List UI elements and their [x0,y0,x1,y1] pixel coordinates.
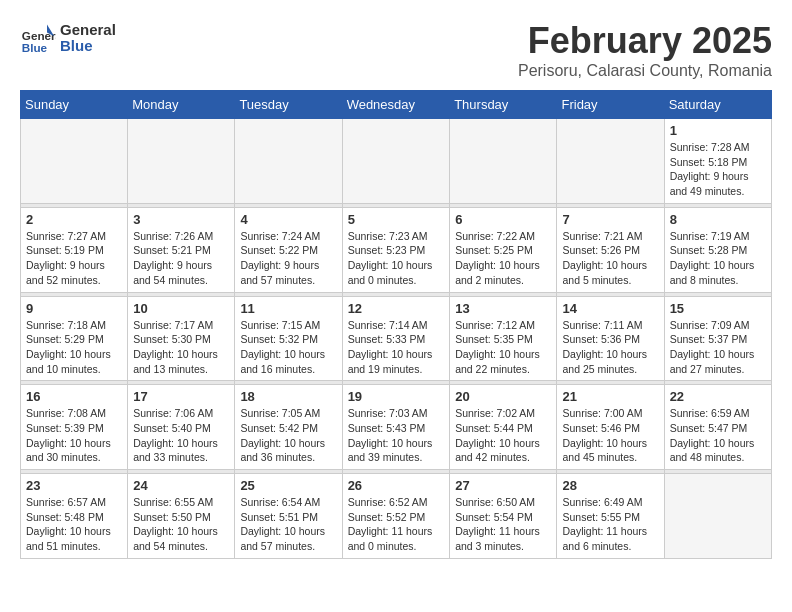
calendar-cell [128,119,235,204]
day-number: 9 [26,301,122,316]
day-info: Sunrise: 7:21 AMSunset: 5:26 PMDaylight:… [562,229,658,288]
calendar-cell: 17Sunrise: 7:06 AMSunset: 5:40 PMDayligh… [128,385,235,470]
weekday-header-friday: Friday [557,91,664,119]
day-number: 1 [670,123,766,138]
calendar-cell: 1Sunrise: 7:28 AMSunset: 5:18 PMDaylight… [664,119,771,204]
day-number: 18 [240,389,336,404]
day-info: Sunrise: 7:03 AMSunset: 5:43 PMDaylight:… [348,406,445,465]
weekday-header-wednesday: Wednesday [342,91,450,119]
day-number: 19 [348,389,445,404]
day-number: 27 [455,478,551,493]
day-number: 14 [562,301,658,316]
calendar-cell: 5Sunrise: 7:23 AMSunset: 5:23 PMDaylight… [342,207,450,292]
day-info: Sunrise: 7:05 AMSunset: 5:42 PMDaylight:… [240,406,336,465]
day-number: 22 [670,389,766,404]
week-row-3: 9Sunrise: 7:18 AMSunset: 5:29 PMDaylight… [21,296,772,381]
day-info: Sunrise: 7:14 AMSunset: 5:33 PMDaylight:… [348,318,445,377]
day-number: 10 [133,301,229,316]
calendar-cell: 2Sunrise: 7:27 AMSunset: 5:19 PMDaylight… [21,207,128,292]
calendar-cell: 13Sunrise: 7:12 AMSunset: 5:35 PMDayligh… [450,296,557,381]
calendar-cell: 8Sunrise: 7:19 AMSunset: 5:28 PMDaylight… [664,207,771,292]
calendar-cell: 22Sunrise: 6:59 AMSunset: 5:47 PMDayligh… [664,385,771,470]
calendar-cell: 28Sunrise: 6:49 AMSunset: 5:55 PMDayligh… [557,474,664,559]
day-number: 11 [240,301,336,316]
day-info: Sunrise: 7:15 AMSunset: 5:32 PMDaylight:… [240,318,336,377]
month-title: February 2025 [518,20,772,62]
week-row-2: 2Sunrise: 7:27 AMSunset: 5:19 PMDaylight… [21,207,772,292]
day-info: Sunrise: 7:11 AMSunset: 5:36 PMDaylight:… [562,318,658,377]
day-info: Sunrise: 6:54 AMSunset: 5:51 PMDaylight:… [240,495,336,554]
day-info: Sunrise: 7:19 AMSunset: 5:28 PMDaylight:… [670,229,766,288]
calendar-cell [342,119,450,204]
calendar-cell: 23Sunrise: 6:57 AMSunset: 5:48 PMDayligh… [21,474,128,559]
calendar-cell [664,474,771,559]
calendar-cell [235,119,342,204]
day-number: 15 [670,301,766,316]
calendar-cell: 11Sunrise: 7:15 AMSunset: 5:32 PMDayligh… [235,296,342,381]
calendar-cell: 7Sunrise: 7:21 AMSunset: 5:26 PMDaylight… [557,207,664,292]
calendar-cell: 16Sunrise: 7:08 AMSunset: 5:39 PMDayligh… [21,385,128,470]
day-number: 25 [240,478,336,493]
day-number: 21 [562,389,658,404]
calendar-cell [21,119,128,204]
calendar-cell [450,119,557,204]
week-row-5: 23Sunrise: 6:57 AMSunset: 5:48 PMDayligh… [21,474,772,559]
calendar-cell: 21Sunrise: 7:00 AMSunset: 5:46 PMDayligh… [557,385,664,470]
day-number: 2 [26,212,122,227]
page-header: General Blue General Blue February 2025 … [20,20,772,80]
weekday-header-saturday: Saturday [664,91,771,119]
day-number: 7 [562,212,658,227]
calendar-table: SundayMondayTuesdayWednesdayThursdayFrid… [20,90,772,559]
day-info: Sunrise: 7:18 AMSunset: 5:29 PMDaylight:… [26,318,122,377]
day-info: Sunrise: 6:59 AMSunset: 5:47 PMDaylight:… [670,406,766,465]
day-number: 20 [455,389,551,404]
weekday-header-monday: Monday [128,91,235,119]
weekday-header-tuesday: Tuesday [235,91,342,119]
day-info: Sunrise: 7:12 AMSunset: 5:35 PMDaylight:… [455,318,551,377]
day-number: 26 [348,478,445,493]
calendar-cell: 18Sunrise: 7:05 AMSunset: 5:42 PMDayligh… [235,385,342,470]
day-info: Sunrise: 6:55 AMSunset: 5:50 PMDaylight:… [133,495,229,554]
day-info: Sunrise: 7:17 AMSunset: 5:30 PMDaylight:… [133,318,229,377]
calendar-cell: 6Sunrise: 7:22 AMSunset: 5:25 PMDaylight… [450,207,557,292]
day-info: Sunrise: 7:23 AMSunset: 5:23 PMDaylight:… [348,229,445,288]
week-row-1: 1Sunrise: 7:28 AMSunset: 5:18 PMDaylight… [21,119,772,204]
day-number: 3 [133,212,229,227]
day-number: 6 [455,212,551,227]
calendar-cell: 3Sunrise: 7:26 AMSunset: 5:21 PMDaylight… [128,207,235,292]
weekday-header-sunday: Sunday [21,91,128,119]
calendar-cell: 14Sunrise: 7:11 AMSunset: 5:36 PMDayligh… [557,296,664,381]
calendar-cell: 12Sunrise: 7:14 AMSunset: 5:33 PMDayligh… [342,296,450,381]
day-info: Sunrise: 7:28 AMSunset: 5:18 PMDaylight:… [670,140,766,199]
logo-icon: General Blue [20,20,56,56]
day-number: 23 [26,478,122,493]
day-info: Sunrise: 7:06 AMSunset: 5:40 PMDaylight:… [133,406,229,465]
day-number: 28 [562,478,658,493]
logo-general-text: General [60,22,116,39]
day-info: Sunrise: 6:57 AMSunset: 5:48 PMDaylight:… [26,495,122,554]
day-info: Sunrise: 7:27 AMSunset: 5:19 PMDaylight:… [26,229,122,288]
day-number: 8 [670,212,766,227]
day-info: Sunrise: 7:08 AMSunset: 5:39 PMDaylight:… [26,406,122,465]
calendar-cell: 9Sunrise: 7:18 AMSunset: 5:29 PMDaylight… [21,296,128,381]
title-block: February 2025 Perisoru, Calarasi County,… [518,20,772,80]
calendar-cell: 25Sunrise: 6:54 AMSunset: 5:51 PMDayligh… [235,474,342,559]
calendar-cell [557,119,664,204]
calendar-cell: 26Sunrise: 6:52 AMSunset: 5:52 PMDayligh… [342,474,450,559]
calendar-cell: 15Sunrise: 7:09 AMSunset: 5:37 PMDayligh… [664,296,771,381]
location-title: Perisoru, Calarasi County, Romania [518,62,772,80]
day-info: Sunrise: 6:52 AMSunset: 5:52 PMDaylight:… [348,495,445,554]
day-info: Sunrise: 7:26 AMSunset: 5:21 PMDaylight:… [133,229,229,288]
day-info: Sunrise: 7:22 AMSunset: 5:25 PMDaylight:… [455,229,551,288]
day-number: 5 [348,212,445,227]
day-info: Sunrise: 7:09 AMSunset: 5:37 PMDaylight:… [670,318,766,377]
day-info: Sunrise: 6:50 AMSunset: 5:54 PMDaylight:… [455,495,551,554]
day-number: 16 [26,389,122,404]
calendar-cell: 4Sunrise: 7:24 AMSunset: 5:22 PMDaylight… [235,207,342,292]
calendar-cell: 24Sunrise: 6:55 AMSunset: 5:50 PMDayligh… [128,474,235,559]
svg-text:Blue: Blue [22,41,48,54]
calendar-cell: 19Sunrise: 7:03 AMSunset: 5:43 PMDayligh… [342,385,450,470]
weekday-header-row: SundayMondayTuesdayWednesdayThursdayFrid… [21,91,772,119]
calendar-cell: 20Sunrise: 7:02 AMSunset: 5:44 PMDayligh… [450,385,557,470]
calendar-cell: 27Sunrise: 6:50 AMSunset: 5:54 PMDayligh… [450,474,557,559]
